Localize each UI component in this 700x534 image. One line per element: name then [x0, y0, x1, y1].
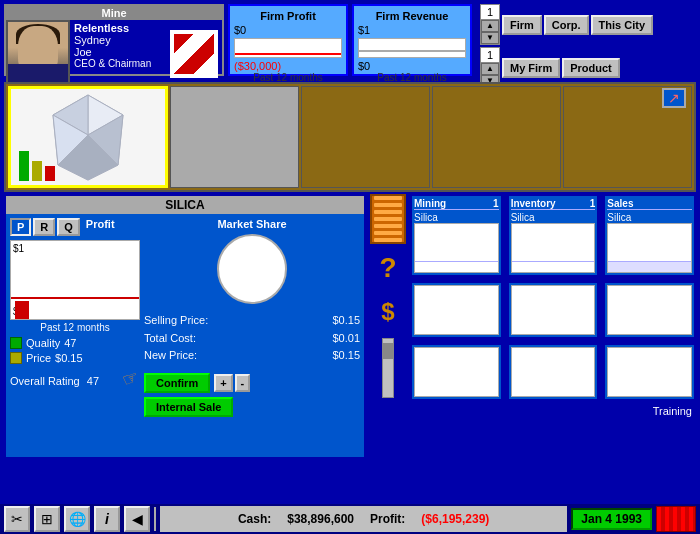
- image-panel-3: [432, 86, 561, 188]
- price-dot: [10, 352, 22, 364]
- spin1-down[interactable]: ▼: [481, 32, 499, 44]
- profile-info: Relentless Sydney Joe CEO & Chairman: [70, 20, 166, 88]
- date-display: Jan 4 1993: [571, 508, 652, 530]
- tab-p[interactable]: P: [10, 218, 31, 236]
- mining-title: Mining 1: [414, 198, 499, 210]
- confirm-button[interactable]: Confirm: [144, 373, 210, 393]
- trend-icon-box: ↗: [662, 88, 686, 108]
- inventory-cell: Inventory 1 Silica: [507, 194, 600, 277]
- cell-9-content: [607, 347, 692, 397]
- cell-4-content: [414, 285, 499, 335]
- profit-label: Profit:: [370, 512, 405, 526]
- profit-graph: $1 $0: [10, 240, 140, 320]
- globe-icon[interactable]: 🌐: [64, 506, 90, 532]
- bottom-bar: ✂ ⊞ 🌐 i ◀ Cash: $38,896,600 Profit: ($6,…: [0, 504, 700, 534]
- profile-city: Sydney: [74, 34, 162, 46]
- price-value: $0.15: [55, 352, 83, 364]
- info-icon[interactable]: i: [94, 506, 120, 532]
- map-icon[interactable]: ⊞: [34, 506, 60, 532]
- cash-value: $38,896,600: [287, 512, 354, 526]
- mining-content: [414, 223, 499, 273]
- red-indicator-bar: [656, 506, 696, 532]
- back-icon[interactable]: ◀: [124, 506, 150, 532]
- bottom-info: Cash: $38,896,600 Profit: ($6,195,239): [160, 506, 567, 532]
- sales-content: [607, 223, 692, 273]
- tab-r[interactable]: R: [33, 218, 55, 236]
- new-price-label: New Price:: [144, 347, 197, 365]
- profile-box: Mine Relentless Sydney Joe CEO & Chairma…: [4, 4, 224, 76]
- pie-chart: [217, 234, 287, 304]
- tool-icon[interactable]: ✂: [4, 506, 30, 532]
- firm-revenue-chart: [358, 38, 466, 58]
- btn-my-firm[interactable]: My Firm: [502, 58, 560, 78]
- quality-row: Quality 47: [10, 337, 140, 349]
- silica-body: P R Q Profit $1 $0 Past 12 months Qualit…: [6, 214, 364, 457]
- overall-value: 47: [87, 375, 99, 387]
- price-row: Price $0.15: [10, 352, 140, 364]
- orange-box: [370, 194, 406, 244]
- image-panel-2: [301, 86, 430, 188]
- selling-price-row: Selling Price: $0.15: [144, 312, 360, 330]
- cell-5-content: [511, 285, 596, 335]
- mining-cell: Mining 1 Silica: [410, 194, 503, 277]
- firm-profit-title: Firm Profit: [234, 10, 342, 22]
- new-price-row: New Price: $0.15: [144, 347, 360, 365]
- right-panel: ? $ Mining 1 Silica: [370, 194, 696, 459]
- plus-minus-controls: + -: [214, 374, 250, 392]
- cell-9: [603, 343, 696, 401]
- mining-subtitle: Silica: [414, 212, 499, 223]
- controls-top-row: 1 ▲ ▼ Firm Corp. This City 1 ▲ ▼ My Firm: [480, 4, 665, 88]
- selling-price-label: Selling Price:: [144, 312, 208, 330]
- cell-4: [410, 281, 503, 339]
- btn-product[interactable]: Product: [562, 58, 620, 78]
- trend-icon: ↗: [668, 90, 680, 106]
- price-info: Selling Price: $0.15 Total Cost: $0.01 N…: [144, 312, 360, 365]
- spin2-value: 1: [481, 48, 499, 63]
- question-mark-icon[interactable]: ?: [379, 248, 396, 288]
- right-top: ? $ Mining 1 Silica: [370, 194, 696, 401]
- quality-value: 47: [64, 337, 76, 349]
- btn-firm[interactable]: Firm: [502, 15, 542, 35]
- spin1-up[interactable]: ▲: [481, 20, 499, 32]
- inventory-subtitle: Silica: [511, 212, 596, 223]
- minus-button[interactable]: -: [235, 374, 251, 392]
- inventory-title: Inventory 1: [511, 198, 596, 210]
- profit-label: Profit: [86, 218, 115, 236]
- cell-6-content: [607, 285, 692, 335]
- price-label: Price: [26, 352, 51, 364]
- spin2-up[interactable]: ▲: [481, 63, 499, 75]
- image-panels: [170, 86, 692, 188]
- plus-button[interactable]: +: [214, 374, 232, 392]
- vertical-scrollbar[interactable]: [382, 338, 394, 398]
- image-strip: ↗: [4, 82, 696, 192]
- orange-stack: ? $: [370, 194, 406, 401]
- dollar-icon[interactable]: $: [381, 292, 394, 332]
- prq-tabs: P R Q Profit: [10, 218, 140, 236]
- company-logo: [170, 30, 218, 78]
- profit-value: ($6,195,239): [421, 512, 489, 526]
- mineral-image: [8, 86, 168, 188]
- inventory-content: [511, 223, 596, 273]
- cash-label: Cash:: [238, 512, 271, 526]
- quality-section: Quality 47 Price $0.15 Overall Rating 47…: [10, 337, 140, 390]
- new-price-value: $0.15: [332, 347, 360, 365]
- total-cost-value: $0.01: [332, 330, 360, 348]
- btn-this-city[interactable]: This City: [591, 15, 653, 35]
- firm-revenue-current: $1: [358, 24, 466, 36]
- market-share-label: Market Share: [144, 218, 360, 230]
- firm-profit-chart: [234, 38, 342, 58]
- image-panel-1: [170, 86, 299, 188]
- firm-revenue-box: Firm Revenue $1 $0 Past 12 months: [352, 4, 472, 76]
- firm-revenue-title: Firm Revenue: [358, 10, 466, 22]
- tab-q[interactable]: Q: [57, 218, 80, 236]
- hand-pointer-icon: ☞: [119, 366, 142, 392]
- btn-corp[interactable]: Corp.: [544, 15, 589, 35]
- quality-label: Quality: [26, 337, 60, 349]
- sales-title: Sales: [607, 198, 692, 210]
- market-section: Market Share Selling Price: $0.15 Total …: [144, 218, 360, 453]
- right-controls: 1 ▲ ▼ Firm Corp. This City 1 ▲ ▼ My Firm: [480, 4, 665, 76]
- top-bar: Mine Relentless Sydney Joe CEO & Chairma…: [0, 0, 700, 80]
- internal-sale-button[interactable]: Internal Sale: [144, 397, 233, 417]
- sales-cell: Sales Silica: [603, 194, 696, 277]
- quality-bars: [19, 151, 55, 181]
